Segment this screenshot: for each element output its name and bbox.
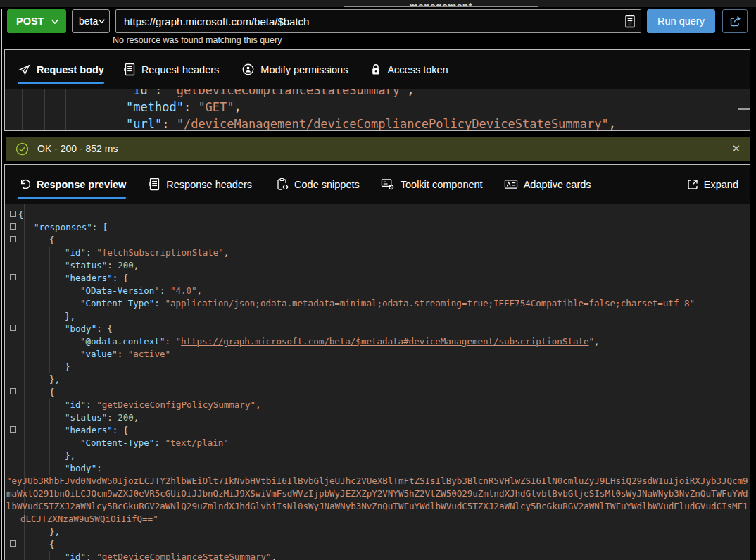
- tab-toolkit-component[interactable]: Toolkit component: [381, 165, 483, 204]
- indent-guide: [34, 538, 34, 551]
- indent-guide: [34, 373, 34, 386]
- undo-arrow-icon: [18, 178, 31, 191]
- run-query-button[interactable]: Run query: [647, 9, 715, 33]
- code-line: "body":: [5, 462, 750, 475]
- fold-checkbox[interactable]: [10, 426, 16, 433]
- close-icon[interactable]: ✕: [731, 142, 741, 155]
- code-line: },: [5, 373, 750, 386]
- indent-guide: [49, 310, 50, 323]
- tab-response-preview[interactable]: Response preview: [18, 165, 126, 204]
- share-icon: [729, 15, 742, 28]
- request-body-editor[interactable]: "id": "getDeviceComplianceStateSummary",…: [5, 89, 750, 130]
- indent-guide: [34, 348, 34, 361]
- clipped-popup: management: [344, 0, 538, 7]
- code-line: "eyJUb3RhbFJvd0NvdW50IjozLCJTY2hlbWEiOlt…: [5, 475, 750, 487]
- indent-guide: [49, 259, 50, 272]
- code-line: "Content-Type": "application/json;odata.…: [5, 297, 750, 310]
- indent-guide: [49, 272, 50, 285]
- chevron-down-icon: [98, 18, 106, 24]
- code-line: "method": "GET",: [5, 99, 750, 116]
- indent-guide: [49, 297, 50, 310]
- fold-checkbox[interactable]: [10, 236, 16, 242]
- code-line: "status": 200,: [5, 259, 750, 272]
- tab-request-body[interactable]: Request body: [18, 50, 104, 89]
- query-bar: POST beta Run query: [7, 9, 748, 33]
- fold-checkbox[interactable]: [10, 540, 16, 547]
- indent-guide: [49, 462, 50, 475]
- code-line: "@odata.context": "https://graph.microso…: [5, 335, 750, 348]
- fold-checkbox[interactable]: [10, 211, 16, 217]
- code-line: {: [5, 538, 750, 551]
- indent-guide: [65, 437, 65, 449]
- api-version-select[interactable]: beta: [72, 9, 110, 33]
- expand-label: Expand: [704, 179, 738, 190]
- indent-guide: [34, 525, 34, 538]
- code-clipboard-icon: [276, 178, 289, 191]
- response-panel: Response preview Response headers Code s…: [4, 164, 750, 560]
- indent-guide: [49, 247, 50, 259]
- code-line: },: [5, 310, 750, 323]
- code-line: "id": "getDeviceComplianceStateSummary",: [5, 89, 750, 99]
- docs-reference-button[interactable]: [619, 10, 641, 32]
- tab-label: Request headers: [141, 64, 219, 75]
- tab-adaptive-cards[interactable]: Adaptive cards: [504, 165, 591, 204]
- code-line: "responses": [: [5, 221, 750, 234]
- fold-checkbox[interactable]: [10, 325, 16, 331]
- document-icon: [624, 15, 636, 28]
- code-line: "status": 200,: [5, 411, 750, 424]
- tab-access-token[interactable]: Access token: [370, 50, 448, 89]
- check-circle-icon: [15, 142, 29, 156]
- indent-guide: [34, 335, 34, 348]
- tab-response-headers[interactable]: Response headers: [149, 165, 252, 204]
- response-preview-viewer[interactable]: {"responses": [{"id": "fetchSubscription…: [5, 204, 750, 560]
- code-line: }: [5, 361, 750, 373]
- lock-icon: [370, 63, 382, 76]
- indent-guide: [49, 285, 50, 297]
- person-permissions-icon: [241, 63, 255, 76]
- scrollbar-thumb[interactable]: [738, 108, 750, 110]
- response-tabs: Response preview Response headers Code s…: [5, 165, 750, 204]
- query-url-input[interactable]: [115, 9, 641, 33]
- code-line: },: [5, 449, 750, 462]
- document-icon: [124, 63, 136, 76]
- code-line: },: [5, 525, 750, 538]
- code-line: "id": "getDeviceConfigPolicySummary",: [5, 399, 750, 411]
- window-left-edge: [1, 9, 2, 560]
- odata-context-link[interactable]: https://graph.microsoft.com/beta/$metada…: [181, 336, 588, 347]
- code-line: "value": "active": [5, 348, 750, 361]
- tab-label: Adaptive cards: [524, 179, 591, 190]
- request-tabs: Request body Request headers Modify perm…: [5, 50, 750, 89]
- chevron-down-icon: [51, 18, 59, 25]
- url-hint-text: No resource was found matching this quer…: [113, 35, 282, 45]
- tab-label: Response headers: [166, 179, 252, 190]
- code-line: "id": "getDeviceComplianceStateSummary",: [5, 551, 750, 560]
- clipped-popup-text: management: [409, 1, 472, 7]
- indent-guide: [49, 335, 50, 348]
- tab-request-headers[interactable]: Request headers: [124, 50, 219, 89]
- response-status-bar: OK - 200 - 852 ms ✕: [6, 137, 750, 161]
- card-icon: [504, 178, 518, 191]
- indent-guide: [34, 272, 34, 285]
- code-line: {: [5, 234, 750, 247]
- tab-label: Code snippets: [294, 179, 360, 190]
- tab-code-snippets[interactable]: Code snippets: [276, 165, 360, 204]
- indent-guide: [34, 247, 34, 259]
- share-query-button[interactable]: [722, 9, 748, 33]
- send-icon: [18, 63, 31, 76]
- request-panel: Request body Request headers Modify perm…: [4, 49, 750, 131]
- indent-guide: [34, 462, 34, 475]
- expand-icon: [686, 178, 699, 191]
- indent-guide: [49, 348, 50, 361]
- code-line: maWxlQ291bnQiLCJQcm9wZXJ0eVR5cGUiOiJJbnQ…: [5, 487, 750, 500]
- indent-guide: [49, 361, 50, 373]
- indent-guide: [34, 437, 34, 449]
- indent-guide: [34, 323, 34, 335]
- tab-modify-permissions[interactable]: Modify permissions: [241, 50, 348, 89]
- fold-checkbox[interactable]: [10, 223, 16, 230]
- fold-checkbox[interactable]: [10, 274, 16, 280]
- tab-label: Response preview: [37, 179, 126, 190]
- fold-checkbox[interactable]: [10, 388, 16, 394]
- indent-guide: [49, 411, 50, 424]
- expand-response-button[interactable]: Expand: [686, 178, 738, 191]
- http-method-select[interactable]: POST: [7, 9, 66, 33]
